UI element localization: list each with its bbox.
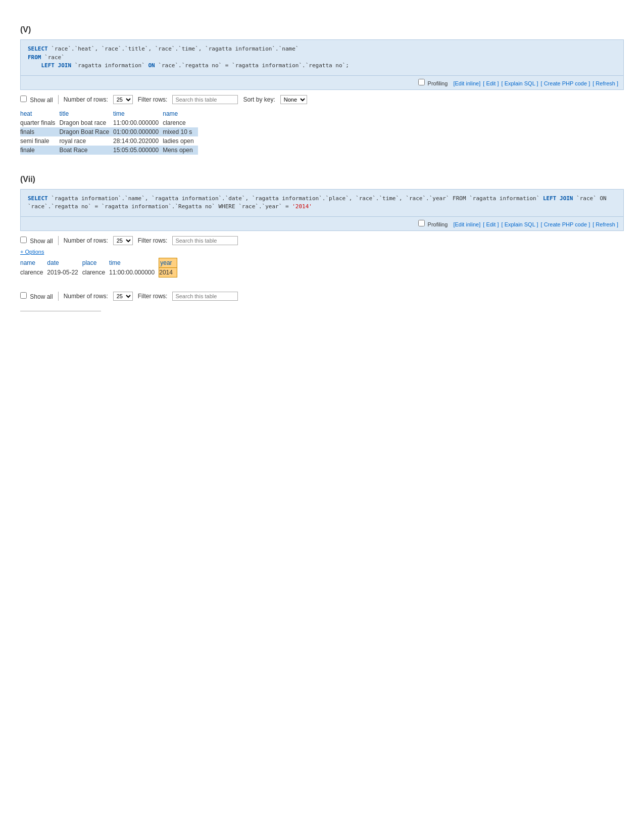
create-php-link-vii[interactable]: [ Create PHP code ] bbox=[541, 221, 590, 227]
refresh-link-v[interactable]: [ Refresh ] bbox=[592, 80, 618, 86]
profiling-checkbox-v[interactable] bbox=[418, 79, 425, 85]
cell: clarence bbox=[163, 118, 197, 127]
section-vii-label: (Vii) bbox=[20, 175, 624, 184]
col-heat: heat bbox=[20, 109, 59, 118]
section-vii-table: name date place time year clarence 2019-… bbox=[20, 258, 177, 277]
section-v-toolbar: Profiling [Edit inline] [ Edit ] [ Expla… bbox=[20, 76, 624, 90]
edit-link-v[interactable]: [ Edit ] bbox=[483, 80, 499, 86]
show-all-label-vii-top[interactable]: Show all bbox=[20, 237, 53, 245]
cell: finals bbox=[20, 127, 59, 136]
divider-v bbox=[58, 95, 59, 104]
col-vii-time: time bbox=[109, 258, 159, 267]
profiling-checkbox-label-v[interactable]: Profiling bbox=[418, 80, 450, 86]
show-all-checkbox-vii-bot[interactable] bbox=[20, 292, 27, 299]
filter-input-v[interactable] bbox=[172, 95, 238, 104]
cell: Boat Race bbox=[59, 146, 113, 155]
divider-vii-top bbox=[58, 236, 59, 245]
edit-inline-link-v[interactable]: [Edit inline] bbox=[453, 80, 480, 86]
table-row: finals Dragon Boat Race 01:00:00.000000 … bbox=[20, 127, 198, 136]
cell: Dragon boat race bbox=[59, 118, 113, 127]
create-php-link-v[interactable]: [ Create PHP code ] bbox=[541, 80, 590, 86]
cell: semi finale bbox=[20, 136, 59, 146]
cell: 11:00:00.000000 bbox=[113, 118, 163, 127]
cell-vii-year: 2014 bbox=[159, 267, 177, 277]
filter-rows-label-vii-bot: Filter rows: bbox=[138, 293, 168, 300]
num-rows-select-vii-bot[interactable]: 25 bbox=[113, 292, 133, 301]
section-vii-toolbar: Profiling [Edit inline] [ Edit ] [ Expla… bbox=[20, 217, 624, 231]
divider-vii-bot bbox=[58, 292, 59, 301]
col-time: time bbox=[113, 109, 163, 118]
cell: ladies open bbox=[163, 136, 197, 146]
table-header-row-vii: name date place time year bbox=[20, 258, 177, 267]
profiling-checkbox-vii[interactable] bbox=[418, 220, 425, 226]
col-name: name bbox=[163, 109, 197, 118]
show-all-text-vii-bot: Show all bbox=[30, 293, 53, 300]
show-all-text-v: Show all bbox=[30, 97, 53, 104]
section-vii-controls-top: Show all Number of rows: 25 Filter rows: bbox=[20, 231, 624, 248]
table-row-vii: clarence 2019-05-22 clarence 11:00:00.00… bbox=[20, 267, 177, 277]
show-all-label-v[interactable]: Show all bbox=[20, 96, 53, 104]
edit-inline-link-vii[interactable]: [Edit inline] bbox=[453, 221, 480, 227]
col-vii-name: name bbox=[20, 258, 47, 267]
cell-vii-date: 2019-05-22 bbox=[47, 267, 82, 277]
cell-vii-place: clarence bbox=[82, 267, 109, 277]
profiling-checkbox-label-vii[interactable]: Profiling bbox=[418, 221, 450, 227]
table-row: finale Boat Race 15:05:05.000000 Mens op… bbox=[20, 146, 198, 155]
cell: finale bbox=[20, 146, 59, 155]
col-vii-place: place bbox=[82, 258, 109, 267]
num-rows-label-v: Number of rows: bbox=[64, 96, 108, 103]
num-rows-label-vii-top: Number of rows: bbox=[64, 237, 108, 244]
num-rows-select-v[interactable]: 25 bbox=[113, 95, 133, 104]
cell: 28:14:00.202000 bbox=[113, 136, 163, 146]
filter-rows-label-v: Filter rows: bbox=[138, 96, 168, 103]
cell: 01:00:00.000000 bbox=[113, 127, 163, 136]
cell: Mens open bbox=[163, 146, 197, 155]
cell: mixed 10 s bbox=[163, 127, 197, 136]
show-all-label-vii-bot[interactable]: Show all bbox=[20, 292, 53, 300]
show-all-text-vii-top: Show all bbox=[30, 238, 53, 245]
table-header-row-v: heat title time name bbox=[20, 109, 198, 118]
filter-input-vii-top[interactable] bbox=[172, 236, 238, 245]
section-v-query: SELECT `race`.`heat`, `race`.`title`, `r… bbox=[20, 39, 624, 76]
refresh-link-vii[interactable]: [ Refresh ] bbox=[592, 221, 618, 227]
options-link-vii[interactable]: + Options bbox=[20, 249, 44, 255]
cell: quarter finals bbox=[20, 118, 59, 127]
section-v-label: (V) bbox=[20, 25, 624, 34]
col-title: title bbox=[59, 109, 113, 118]
explain-sql-link-v[interactable]: [ Explain SQL ] bbox=[502, 80, 538, 86]
section-v-controls: Show all Number of rows: 25 Filter rows:… bbox=[20, 90, 624, 107]
filter-input-vii-bot[interactable] bbox=[172, 292, 238, 301]
table-row: quarter finals Dragon boat race 11:00:00… bbox=[20, 118, 198, 127]
sort-by-key-select-v[interactable]: None bbox=[280, 95, 307, 104]
cell: royal race bbox=[59, 136, 113, 146]
col-vii-year: year bbox=[159, 258, 177, 267]
filter-rows-label-vii-top: Filter rows: bbox=[138, 237, 168, 244]
cell-vii-name: clarence bbox=[20, 267, 47, 277]
section-v-table: heat title time name quarter finals Drag… bbox=[20, 109, 198, 155]
section-vii-controls-bottom: Show all Number of rows: 25 Filter rows: bbox=[20, 287, 624, 304]
cell: 15:05:05.000000 bbox=[113, 146, 163, 155]
explain-sql-link-vii[interactable]: [ Explain SQL ] bbox=[502, 221, 538, 227]
table-row: semi finale royal race 28:14:00.202000 l… bbox=[20, 136, 198, 146]
profiling-label-v: Profiling bbox=[428, 80, 448, 86]
cell-vii-time: 11:00:00.000000 bbox=[109, 267, 159, 277]
show-all-checkbox-v[interactable] bbox=[20, 96, 27, 102]
cell: Dragon Boat Race bbox=[59, 127, 113, 136]
num-rows-label-vii-bot: Number of rows: bbox=[64, 293, 108, 300]
edit-link-vii[interactable]: [ Edit ] bbox=[483, 221, 499, 227]
sort-by-key-label-v: Sort by key: bbox=[243, 96, 275, 103]
col-vii-date: date bbox=[47, 258, 82, 267]
num-rows-select-vii-top[interactable]: 25 bbox=[113, 236, 133, 245]
section-vii-query: SELECT `ragatta information`.`name`, `ra… bbox=[20, 189, 624, 217]
show-all-checkbox-vii-top[interactable] bbox=[20, 237, 27, 243]
profiling-label-vii: Profiling bbox=[428, 221, 448, 227]
bottom-separator bbox=[20, 311, 101, 311]
